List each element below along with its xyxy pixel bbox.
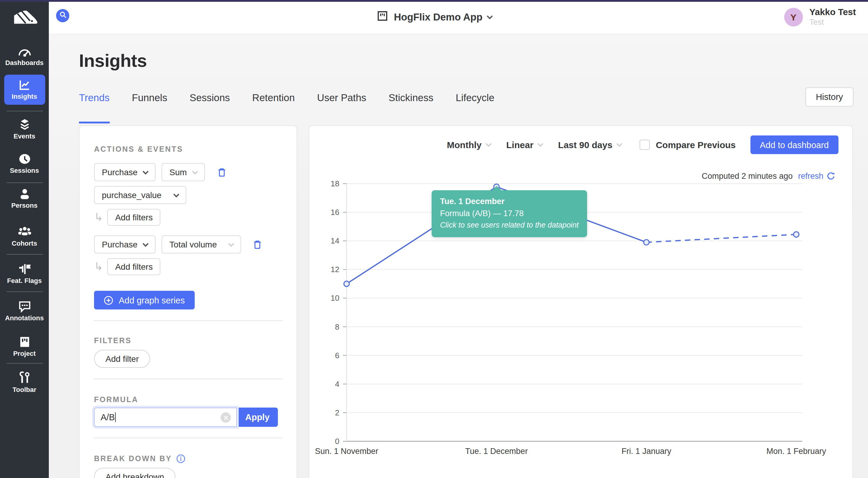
add-graph-series-button[interactable]: Add graph series (94, 291, 194, 309)
formula-input[interactable]: A/B (94, 408, 237, 427)
main-content: Insights Trends Funnels Sessions Retenti… (49, 34, 868, 478)
add-filter-button[interactable]: Add filter (94, 350, 150, 368)
math-select-value: Total volume (169, 240, 217, 249)
math-select[interactable]: Total volume (161, 235, 241, 253)
chevron-down-icon (143, 168, 149, 174)
event-select[interactable]: Purchase (94, 235, 156, 253)
y-tick-label: 6 (335, 351, 339, 360)
project-name: HogFlix Demo App (394, 11, 483, 23)
sidebar-label: Annotations (5, 314, 44, 321)
y-tick-label: 0 (335, 437, 339, 446)
add-filters-button[interactable]: Add filters (107, 258, 161, 275)
project-switcher[interactable]: HogFlix Demo App (0, 0, 868, 34)
y-tick-label: 4 (335, 380, 339, 388)
tab-trends[interactable]: Trends (79, 92, 110, 124)
event-select-value: Purchase (102, 240, 137, 249)
divider (93, 379, 283, 379)
delete-series-button[interactable] (217, 167, 227, 177)
chevron-down-icon (173, 191, 179, 197)
sidebar-divider (6, 182, 42, 183)
filters-heading: FILTERS (94, 337, 282, 345)
tab-user-paths[interactable]: User Paths (317, 92, 366, 124)
comment-icon (17, 300, 32, 312)
sidebar-item-cohorts[interactable]: Cohorts (4, 226, 45, 247)
tab-retention[interactable]: Retention (252, 92, 295, 124)
info-icon[interactable] (176, 454, 186, 464)
sidebar-label: Cohorts (12, 240, 37, 247)
sidebar-item-project[interactable]: Project (4, 336, 45, 357)
sidebar-label: Insights (12, 93, 37, 100)
formula-row: A/B Apply (94, 408, 282, 427)
add-filters-label: Add filters (115, 212, 153, 222)
sidebar-item-events[interactable]: Events (4, 118, 45, 140)
math-select[interactable]: Sum (161, 163, 205, 181)
add-breakdown-button[interactable]: Add breakdown (94, 468, 176, 478)
datapoint-marker[interactable] (344, 281, 349, 286)
delete-series-button[interactable] (253, 239, 262, 249)
datapoint-marker[interactable] (644, 240, 649, 245)
chevron-down-icon (228, 240, 234, 246)
series-2-filters-row: ↳ Add filters (94, 258, 282, 275)
series-row-2: Purchase Total volume (94, 235, 282, 253)
sidebar-item-annotations[interactable]: Annotations (4, 300, 45, 321)
chart-panel: Monthly Linear Last 90 days Compare Prev… (309, 125, 853, 478)
apply-formula-button[interactable]: Apply (237, 408, 278, 427)
query-panel: ACTIONS & EVENTS Purchase Sum purchase_v… (79, 125, 297, 478)
trend-chart-svg[interactable]: 024681012141618Sun. 1 NovemberTue. 1 Dec… (309, 126, 852, 478)
posthog-logo[interactable] (0, 0, 49, 34)
series-1-filters-row: ↳ Add filters (94, 209, 282, 226)
tab-lifecycle[interactable]: Lifecycle (456, 92, 494, 124)
y-tick-label: 16 (331, 208, 339, 217)
user-org: Test (809, 18, 856, 27)
sidebar-divider (6, 292, 42, 292)
math-select-value: Sum (169, 167, 187, 177)
tab-stickiness[interactable]: Stickiness (389, 92, 433, 124)
user-name: Yakko Test (809, 6, 856, 18)
line-chart-icon (18, 79, 31, 91)
add-filters-button[interactable]: Add filters (107, 209, 161, 226)
tooltip-date: Tue. 1 December (440, 196, 579, 208)
chart-tooltip: Tue. 1 December Formula (A/B) — 17.78 Cl… (432, 190, 587, 237)
trash-icon (253, 239, 262, 249)
user-menu[interactable]: Y Yakko Test Test (784, 6, 856, 27)
sidebar-item-toolbar[interactable]: Toolbar (4, 372, 45, 393)
sidebar-divider (6, 363, 42, 364)
event-select[interactable]: Purchase (94, 163, 156, 181)
flag-icon (17, 263, 32, 275)
tab-sessions[interactable]: Sessions (190, 92, 230, 124)
property-select-value: purchase_value (102, 190, 161, 200)
property-row: purchase_value (94, 186, 282, 204)
y-tick-label: 8 (335, 322, 339, 332)
clear-input-icon[interactable] (221, 412, 231, 422)
breakdown-heading: BREAK DOWN BY (94, 454, 172, 463)
datapoint-marker[interactable] (794, 232, 799, 237)
sidebar-item-dashboards[interactable]: Dashboards (4, 45, 45, 66)
add-filters-label: Add filters (115, 262, 153, 272)
add-graph-series-label: Add graph series (119, 295, 185, 305)
breakdown-heading-row: BREAK DOWN BY (94, 454, 282, 464)
sidebar-label: Dashboards (5, 59, 43, 66)
page-title: Insights (79, 50, 147, 71)
sidebar-item-feature-flags[interactable]: Feat. Flags (4, 263, 45, 284)
history-button[interactable]: History (805, 87, 854, 107)
hedgehog-logo-icon (10, 9, 39, 26)
top-navbar: HogFlix Demo App Y Yakko Test Test (0, 0, 868, 34)
sidebar-item-insights[interactable]: Insights (4, 75, 45, 105)
sidebar-item-persons[interactable]: Persons (4, 188, 45, 209)
insight-tabs: Trends Funnels Sessions Retention User P… (79, 92, 494, 124)
elbow-arrow-icon: ↳ (94, 261, 103, 272)
clock-icon (18, 153, 31, 165)
y-tick-label: 14 (331, 236, 339, 245)
y-tick-label: 10 (331, 294, 339, 303)
sidebar-label: Persons (11, 202, 38, 209)
app-root: HogFlix Demo App Y Yakko Test Test Dashb… (0, 0, 868, 478)
sidebar-item-sessions[interactable]: Sessions (4, 153, 45, 174)
y-tick-label: 12 (331, 265, 339, 274)
series-row-1: Purchase Sum (94, 163, 282, 181)
plus-circle-icon (104, 295, 113, 305)
property-select[interactable]: purchase_value (94, 186, 186, 204)
divider (93, 320, 283, 321)
tools-icon (17, 372, 32, 384)
avatar: Y (784, 8, 803, 27)
tab-funnels[interactable]: Funnels (132, 92, 167, 124)
